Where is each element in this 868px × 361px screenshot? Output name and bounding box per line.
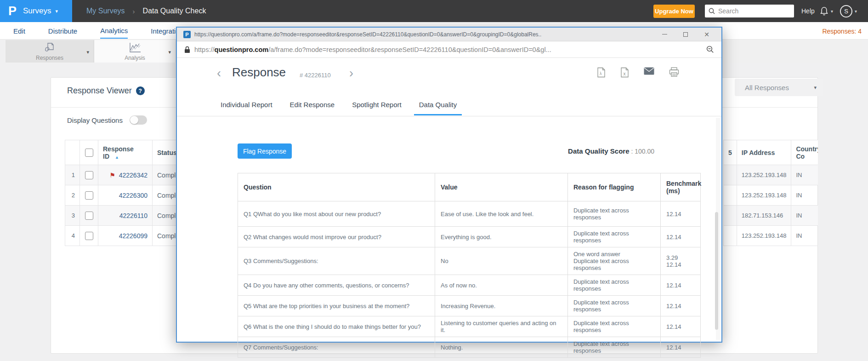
country-code-cell: IN xyxy=(791,185,818,206)
response-id-link[interactable]: 42226300 xyxy=(119,192,148,199)
value-cell: As of now no. xyxy=(435,275,568,296)
toolbar-tab-analysis[interactable]: Analysis ▾ xyxy=(94,40,176,63)
tab-spotlight-report[interactable]: Spotlight Report xyxy=(347,95,407,115)
response-editor-window: P https://questionpro.com/a/frame.do?mod… xyxy=(176,27,722,343)
window-titlebar[interactable]: P https://questionpro.com/a/frame.do?mod… xyxy=(177,28,721,41)
help-link[interactable]: Help xyxy=(801,0,815,22)
question-cell: Q6 What is the one thing I should do to … xyxy=(238,316,435,337)
scrollbar-thumb[interactable] xyxy=(715,212,718,330)
reason-cell: Duplicate text across responses xyxy=(568,227,661,247)
filter-selected-value: All Responses xyxy=(745,84,814,92)
select-all-checkbox[interactable] xyxy=(85,149,93,157)
minimize-icon xyxy=(662,34,667,34)
zoom-out-icon[interactable] xyxy=(706,46,714,53)
table-row: Q2 What changes would most improve our p… xyxy=(238,227,701,247)
nav-item-edit[interactable]: Edit xyxy=(13,23,25,38)
reason-cell: Duplicate text across responses xyxy=(568,296,661,316)
table-header-row: 5 IP Address Country Co xyxy=(724,140,818,165)
responses-icon xyxy=(43,42,56,54)
flag-response-button[interactable]: Flag Response xyxy=(238,143,292,159)
value-cell: Ease of use. Like the look and feel. xyxy=(435,201,568,227)
nav-item-distribute[interactable]: Distribute xyxy=(48,23,77,38)
minimize-button[interactable] xyxy=(661,31,668,38)
account-menu[interactable]: S ▾ xyxy=(840,0,857,22)
benchmark-cell: 12.14 xyxy=(661,296,701,316)
table-row: Q5 What are the top priorities in your b… xyxy=(238,296,701,316)
row-number: 1 xyxy=(65,165,80,185)
tab-data-quality[interactable]: Data Quality xyxy=(414,95,462,115)
country-code-header[interactable]: Country Co xyxy=(791,140,818,165)
question-cell: Q7 Comments/Suggestions: xyxy=(238,337,435,358)
question-cell: Q3 Comments/Suggestions: xyxy=(238,247,435,275)
value-header: Value xyxy=(435,173,568,201)
display-questions-toggle[interactable] xyxy=(130,115,147,125)
reason-cell: One word answer Duplicate text across re… xyxy=(568,247,661,275)
chevron-down-icon: ▾ xyxy=(814,85,817,91)
question-cell: Q4 Do you have any other comments, quest… xyxy=(238,275,435,296)
nav-item-analytics[interactable]: Analytics xyxy=(100,23,128,39)
toggle-knob xyxy=(130,116,138,124)
value-cell: Listening to customer queries and acting… xyxy=(435,316,568,337)
table-row: 123.252.193.148IN xyxy=(724,165,818,185)
search-input[interactable] xyxy=(718,7,787,15)
previous-response-button[interactable]: ‹ xyxy=(217,67,221,80)
country-code-cell: IN xyxy=(791,206,818,226)
reason-header: Reason for flagging xyxy=(568,173,661,201)
address-url: https://questionpro.com/a/frame.do?mode=… xyxy=(194,46,706,53)
ip-address-header[interactable]: IP Address xyxy=(737,140,791,165)
global-search[interactable] xyxy=(705,5,794,17)
table-row: 123.252.193.148IN xyxy=(724,226,818,246)
reason-cell: Duplicate text across responses xyxy=(568,201,661,227)
breadcrumb: My Surveys › Data Quality Check xyxy=(86,0,206,22)
toolbar-tab-label: Responses xyxy=(36,55,63,61)
row-checkbox[interactable] xyxy=(85,232,93,240)
next-response-button[interactable]: › xyxy=(349,67,353,80)
row-checkbox[interactable] xyxy=(85,212,93,220)
address-bar[interactable]: https://questionpro.com/a/frame.do?mode=… xyxy=(177,41,721,58)
breadcrumb-current: Data Quality Check xyxy=(143,7,206,15)
product-switcher[interactable]: P Surveys ▾ xyxy=(0,0,72,22)
sort-asc-icon: ▲ xyxy=(115,155,119,160)
reason-cell: Duplicate text across responses xyxy=(568,316,661,337)
bell-icon xyxy=(820,6,828,16)
upgrade-now-button[interactable]: Upgrade Now xyxy=(653,5,695,18)
display-questions-label: Display Questions xyxy=(67,116,123,124)
lock-icon xyxy=(184,46,190,53)
row-checkbox[interactable] xyxy=(85,171,93,179)
tab-individual-report[interactable]: Individual Report xyxy=(216,95,278,115)
table-header-row: Question Value Reason for flagging Bench… xyxy=(238,173,701,201)
scrollbar-track[interactable] xyxy=(716,118,720,340)
email-icon[interactable] xyxy=(644,67,654,75)
select-all-header xyxy=(80,140,98,165)
reason-cell: Duplicate text across responses xyxy=(568,275,661,296)
response-id-link[interactable]: 42226342 xyxy=(119,172,148,179)
country-code-cell: IN xyxy=(791,226,818,246)
question-cell: Q5 What are the top priorities in your b… xyxy=(238,296,435,316)
toolbar-tab-label: Analysis xyxy=(125,55,145,61)
export-pdf-icon[interactable]: λ xyxy=(597,67,606,78)
notifications-menu[interactable]: ▾ xyxy=(820,0,833,22)
responses-count: Responses: 4 xyxy=(822,28,862,35)
response-id-header[interactable]: Response ID▲ xyxy=(98,140,153,165)
response-filter-dropdown[interactable]: All Responses ▾ xyxy=(735,79,823,96)
analysis-icon xyxy=(128,42,142,54)
benchmark-cell: 12.14 xyxy=(661,201,701,227)
close-button[interactable]: ✕ xyxy=(703,31,710,38)
benchmark-header: Benchmark (ms) xyxy=(661,173,701,201)
export-excel-icon[interactable]: x xyxy=(620,67,629,78)
toolbar-tab-responses[interactable]: Responses ▾ xyxy=(6,40,94,63)
questionpro-logo-icon: P xyxy=(8,5,17,17)
benchmark-cell: 12.14 xyxy=(661,227,701,247)
maximize-icon xyxy=(683,32,688,37)
breadcrumb-my-surveys[interactable]: My Surveys xyxy=(86,7,125,15)
print-icon[interactable] xyxy=(669,67,679,77)
response-id-link[interactable]: 42226099 xyxy=(119,232,148,240)
flag-icon: ⚑ xyxy=(109,172,115,179)
row-checkbox[interactable] xyxy=(85,191,93,200)
maximize-button[interactable] xyxy=(682,31,689,38)
table-row: Q6 What is the one thing I should do to … xyxy=(238,316,701,337)
response-id-link[interactable]: 42226110 xyxy=(119,212,148,219)
tab-edit-response[interactable]: Edit Response xyxy=(285,95,340,115)
help-icon[interactable]: ? xyxy=(136,86,145,95)
row-number: 3 xyxy=(65,206,80,226)
